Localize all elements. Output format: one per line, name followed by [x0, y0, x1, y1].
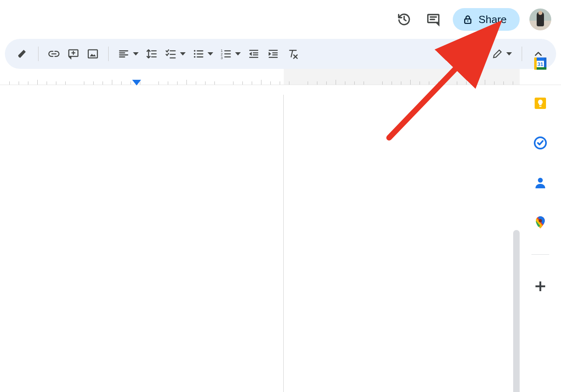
ruler-tick — [392, 81, 392, 85]
numbered-list-dropdown[interactable]: 1 2 3 — [218, 48, 242, 60]
ruler-tick — [9, 81, 10, 85]
svg-point-2 — [467, 20, 468, 21]
ruler-margin-area — [284, 69, 520, 85]
ruler-tick — [103, 81, 103, 85]
ruler-tick — [196, 81, 196, 85]
comments-button[interactable] — [424, 10, 443, 29]
line-spacing-button[interactable] — [143, 46, 160, 62]
share-label: Share — [479, 13, 507, 26]
ruler-tick — [242, 81, 243, 85]
sidepanel-divider — [531, 254, 549, 255]
insert-image-button[interactable] — [85, 46, 101, 62]
checklist-dropdown[interactable] — [163, 48, 187, 60]
align-dropdown[interactable] — [116, 48, 140, 60]
ruler-tick — [503, 81, 504, 85]
document-area — [0, 95, 520, 392]
svg-point-5 — [194, 50, 195, 52]
ruler-tick — [354, 81, 355, 85]
document-page[interactable] — [0, 95, 284, 392]
dropdown-arrow-icon — [133, 52, 139, 55]
history-icon — [397, 12, 411, 27]
ruler-tick — [168, 81, 168, 85]
ruler-tick — [131, 81, 131, 85]
history-button[interactable] — [394, 10, 414, 29]
ruler-tick — [457, 81, 457, 85]
ruler-tick — [56, 81, 56, 85]
ruler-tick — [466, 81, 467, 85]
keep-icon — [533, 96, 548, 111]
pencil-icon — [492, 48, 503, 60]
vertical-scrollbar[interactable] — [513, 230, 520, 392]
svg-point-21 — [539, 219, 542, 222]
ruler-tick — [485, 80, 485, 85]
svg-text:3: 3 — [221, 56, 223, 60]
toolbar: 1 2 3 — [5, 39, 556, 69]
checklist-icon — [165, 48, 177, 60]
ruler-tick — [186, 80, 187, 85]
sidepanel-maps[interactable] — [533, 215, 548, 230]
toolbar-separator — [108, 47, 109, 61]
increase-indent-button[interactable] — [265, 46, 281, 62]
ruler-tick — [429, 81, 429, 85]
avatar-image — [529, 9, 551, 30]
contacts-icon — [533, 175, 548, 190]
bulleted-list-icon — [192, 48, 204, 60]
link-icon — [48, 48, 60, 60]
plus-icon — [533, 279, 548, 294]
clear-formatting-icon — [287, 48, 299, 60]
increase-indent-icon — [267, 48, 279, 60]
bulleted-list-dropdown[interactable] — [191, 48, 215, 60]
right-indent-marker[interactable] — [132, 80, 141, 85]
svg-point-6 — [194, 53, 195, 55]
insert-link-button[interactable] — [46, 46, 62, 62]
svg-point-7 — [194, 56, 195, 58]
add-comment-button[interactable] — [65, 46, 81, 62]
decrease-indent-icon — [248, 48, 260, 60]
decrease-indent-button[interactable] — [246, 46, 262, 62]
sidepanel-get-addons[interactable] — [533, 279, 548, 294]
ruler-tick — [420, 81, 420, 85]
ruler-tick — [336, 80, 336, 85]
highlighter-icon — [17, 48, 29, 60]
toolbar-container: 1 2 3 — [0, 39, 561, 69]
ruler-tick — [280, 81, 280, 85]
sidepanel-contacts[interactable] — [533, 175, 548, 190]
ruler-tick — [270, 81, 271, 85]
sidepanel-calendar[interactable]: 31 — [533, 56, 548, 71]
ruler-tick — [214, 81, 215, 85]
ruler-tick — [438, 81, 439, 85]
highlight-color-button[interactable] — [15, 46, 31, 62]
side-panel: 31 — [520, 49, 561, 392]
sidepanel-keep[interactable] — [533, 96, 548, 111]
ruler-tick — [410, 80, 411, 85]
ruler-tick — [233, 81, 233, 85]
sidepanel-tasks[interactable] — [533, 135, 548, 151]
toolbar-separator — [38, 47, 39, 61]
ruler-tick — [308, 81, 308, 85]
ruler-tick — [205, 81, 206, 85]
clear-formatting-button[interactable] — [285, 46, 301, 62]
ruler-tick — [177, 81, 178, 85]
svg-rect-18 — [539, 106, 542, 107]
tasks-icon — [533, 136, 548, 150]
share-button[interactable]: Share — [453, 8, 520, 31]
ruler-tick — [28, 81, 28, 85]
ruler-tick — [401, 81, 401, 85]
ruler-tick — [65, 81, 66, 85]
header-bar: Share — [0, 0, 561, 39]
ruler-tick — [317, 81, 317, 85]
ruler-tick — [326, 81, 327, 85]
image-icon — [87, 48, 99, 60]
line-spacing-icon — [146, 48, 158, 60]
editing-mode-dropdown[interactable] — [490, 48, 514, 60]
horizontal-ruler[interactable] — [0, 69, 561, 85]
account-avatar[interactable] — [529, 9, 551, 30]
calendar-icon: 31 — [533, 56, 548, 71]
ruler-tick — [47, 81, 47, 85]
ruler-tick — [364, 81, 364, 85]
lock-icon — [463, 14, 473, 25]
ruler-tick — [37, 80, 38, 85]
svg-point-20 — [538, 178, 543, 183]
ruler-tick — [121, 81, 122, 85]
dropdown-arrow-icon — [180, 52, 186, 55]
